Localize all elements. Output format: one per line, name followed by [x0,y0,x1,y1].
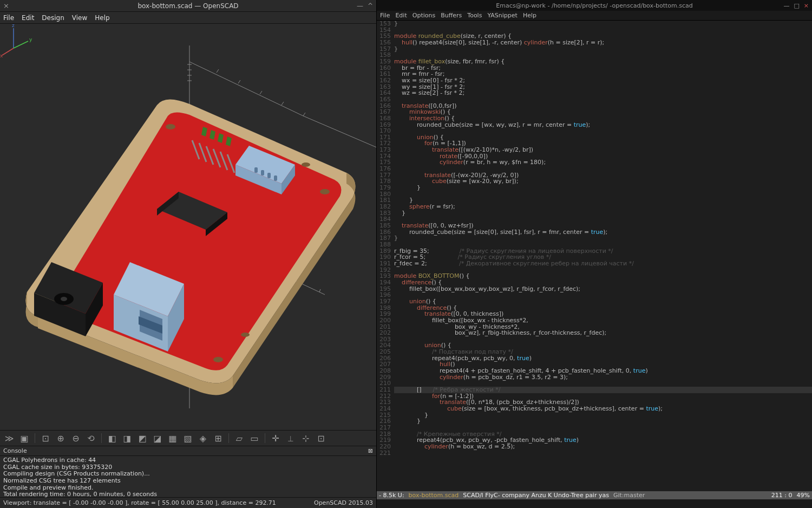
center-icon[interactable]: ⊞ [212,432,224,444]
crosshair-icon[interactable]: ⊡ [315,432,327,444]
menu-buffers[interactable]: Buffers [441,12,462,19]
close-icon[interactable]: × [3,2,9,10]
view-left-icon[interactable]: ◪ [152,432,163,444]
console-close-icon[interactable]: ⊠ [368,447,373,454]
emacs-window-title: Emacs@np-work - /home/np/projects/ -open… [380,2,809,9]
axes-icon[interactable]: ✛ [270,432,281,444]
openscad-menubar: FileEditDesignViewHelp [0,12,376,24]
minimize-icon[interactable]: — [783,2,789,9]
toolbar-separator [265,433,265,443]
openscad-titlebar: × box-bottom.scad — OpenSCAD — ^ [0,0,376,12]
view-right-icon[interactable]: ◧ [106,432,118,444]
console-line: Total rendering time: 0 hours, 0 minutes… [3,491,373,497]
svg-line-5 [217,69,219,73]
minibuffer[interactable] [377,499,812,508]
view-front-icon[interactable]: ▦ [167,432,179,444]
zoom-in-icon[interactable]: ⊕ [55,432,67,444]
window-title: box-bottom.scad — OpenSCAD [0,2,376,10]
toolbar-separator [35,433,35,443]
svg-point-19 [302,162,310,167]
svg-point-16 [166,124,175,129]
reset-view-icon[interactable]: ⟲ [85,432,97,444]
svg-line-9 [303,113,305,116]
preview-icon[interactable]: ≫ [3,432,15,444]
emacs-modeline: - 8.5k U: box-bottom.scad SCAD/l FlyC- c… [377,491,812,499]
git-branch: Git:master [613,492,645,499]
line-gutter: 1531541551561571581591601611621631641651… [377,21,394,491]
modeline-modes: SCAD/l FlyC- company Anzu K Undo-Tree pa… [463,492,609,499]
svg-line-14 [319,289,320,292]
svg-line-7 [260,91,262,94]
menu-edit[interactable]: Edit [22,14,34,22]
modeline-flags: - 8.5k U: [379,492,404,499]
view-bottom-icon[interactable]: ◩ [136,432,148,444]
ortho-icon[interactable]: ▭ [248,432,260,444]
menu-edit[interactable]: Edit [395,12,407,19]
svg-line-8 [281,102,284,105]
minimize-icon[interactable]: — [357,2,363,10]
zoom-out-icon[interactable]: ⊖ [70,432,82,444]
toolbar-separator [101,433,102,443]
console-line: Normalized CSG tree has 127 elements [3,478,373,485]
openscad-statusbar: Viewport: translate = [ -0.00 -0.00 -0.0… [0,497,376,508]
view-diag-icon[interactable]: ◈ [197,432,209,444]
svg-rect-23 [267,173,271,178]
scale-icon[interactable]: ⟂ [285,432,297,444]
persp-icon[interactable]: ▱ [233,432,245,444]
svg-point-32 [61,297,67,301]
menu-yasnippet[interactable]: YASnippet [487,12,517,19]
console-line: CGAL Polyhedrons in cache: 44 [3,457,373,464]
edges-icon[interactable]: ⊹ [300,432,312,444]
svg-rect-21 [254,167,258,173]
console-title: Console [3,447,27,454]
emacs-menubar: FileEditOptionsBuffersToolsYASnippetHelp [377,11,812,21]
menu-options[interactable]: Options [412,12,435,19]
view-top-icon[interactable]: ◨ [121,432,133,444]
code-editor[interactable]: 1531541551561571581591601611621631641651… [377,21,812,491]
console-header: Console ⊠ [0,446,376,456]
view-back-icon[interactable]: ▧ [182,432,194,444]
3d-viewport[interactable]: z y x [0,24,376,430]
svg-point-18 [213,357,223,362]
menu-file[interactable]: File [3,14,14,22]
svg-rect-24 [274,175,277,181]
close-icon[interactable]: × [804,2,809,9]
menu-view[interactable]: View [72,14,87,22]
view-toolbar: ≫▣⊡⊕⊖⟲◧◨◩◪▦▧◈⊞▱▭✛⟂⊹⊡ [0,430,376,446]
emacs-titlebar: Emacs@np-work - /home/np/projects/ -open… [377,0,812,11]
render-icon[interactable]: ▣ [18,432,30,444]
code-content[interactable]: } module rounded_cube(size, r, center) {… [394,21,812,491]
menu-design[interactable]: Design [42,14,64,22]
menu-file[interactable]: File [380,12,390,19]
maximize-icon[interactable]: □ [794,2,799,9]
zoom-all-icon[interactable]: ⊡ [40,432,51,444]
viewport-status: Viewport: translate = [ -0.00 -0.00 -0.0… [3,499,276,506]
cursor-position: 211 : 0 [771,492,793,499]
console-output[interactable]: CGAL Polyhedrons in cache: 44CGAL cache … [0,456,376,497]
toolbar-separator [228,433,229,443]
menu-help[interactable]: Help [523,12,536,19]
svg-point-17 [320,189,330,194]
svg-line-6 [238,80,240,83]
scroll-percent: 49% [797,492,810,499]
buffer-name: box-bottom.scad [409,492,459,499]
svg-rect-22 [261,170,264,175]
menu-tools[interactable]: Tools [467,12,482,19]
svg-point-20 [241,333,250,337]
maximize-icon[interactable]: ^ [368,2,373,10]
version-label: OpenSCAD 2015.03 [314,499,373,506]
menu-help[interactable]: Help [95,14,109,22]
